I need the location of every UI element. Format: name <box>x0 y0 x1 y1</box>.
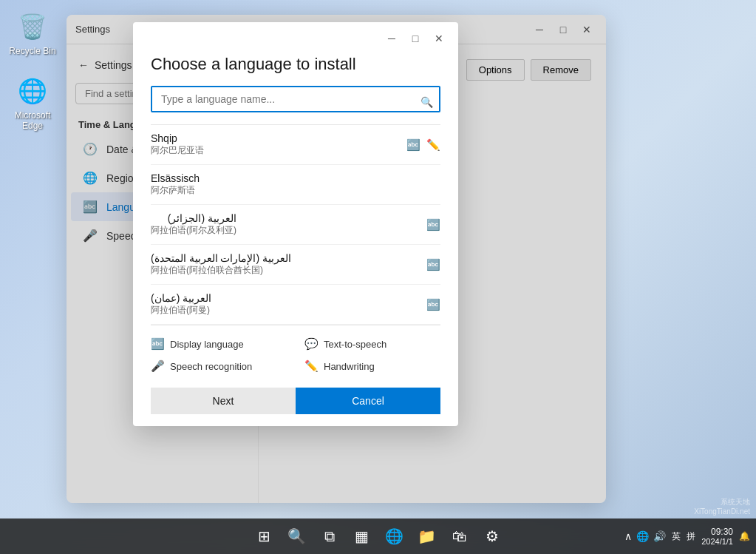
lang-native-arabic-ae: 阿拉伯语(阿拉伯联合酋长国) <box>151 264 291 277</box>
search-wrapper: 🔍 <box>151 86 440 118</box>
cancel-button[interactable]: Cancel <box>296 388 440 414</box>
modal-body: Choose a language to install 🔍 Shqip 阿尔巴… <box>133 55 458 426</box>
edge-image: 🌐 <box>15 73 50 109</box>
volume-icon[interactable]: 🔊 <box>653 530 666 542</box>
feature-hw-label: Handwriting <box>324 361 375 372</box>
lang-name-arabic-ae: العربية (الإمارات العربية المتحدة) <box>151 252 291 264</box>
lang-icons-shqip: 🔤 ✏️ <box>406 138 440 152</box>
recycle-bin-image: 🗑️ <box>15 9 50 44</box>
feature-display-icon: 🔤 <box>151 337 164 351</box>
notification-icon[interactable]: 🔔 <box>739 531 750 541</box>
lang-native-elsassisch: 阿尔萨斯语 <box>151 184 200 197</box>
store-button[interactable]: 🛍 <box>445 521 474 551</box>
lang-native-arabic-dz: 阿拉伯语(阿尔及利亚) <box>151 224 236 237</box>
feature-hw-icon: ✏️ <box>304 359 318 373</box>
lang-native-shqip: 阿尔巴尼亚语 <box>151 144 204 157</box>
lang-native-arabic-om: 阿拉伯语(阿曼) <box>151 304 211 317</box>
clock-display[interactable]: 09:30 2024/1/1 <box>701 527 733 546</box>
feature-text-to-speech: 💬 Text-to-speech <box>304 337 440 351</box>
language-item-elsassisch[interactable]: Elsässisch 阿尔萨斯语 <box>151 165 440 205</box>
modal-titlebar: ─ □ ✕ <box>133 22 458 55</box>
start-button[interactable]: ⊞ <box>250 521 279 551</box>
microsoft-edge-icon[interactable]: 🌐 Microsoft Edge <box>3 70 62 134</box>
taskbar-center: ⊞ 🔍 ⧉ ▦ 🌐 📁 🛍 ⚙ <box>250 521 507 551</box>
taskbar-right: ∧ 🌐 🔊 英 拼 09:30 2024/1/1 🔔 <box>624 527 750 546</box>
display-lang-icon-dz: 🔤 <box>426 218 440 232</box>
time-display: 09:30 <box>701 527 733 537</box>
feature-speech-recognition: 🎤 Speech recognition <box>151 359 287 373</box>
modal-title: Choose a language to install <box>151 55 440 74</box>
lang-name-arabic-dz: العربية (الجزائر) <box>151 212 236 224</box>
input-method-label: 拼 <box>687 530 695 543</box>
feature-display-language: 🔤 Display language <box>151 337 287 351</box>
widgets-button[interactable]: ▦ <box>347 521 377 551</box>
recycle-bin-label: Recycle Bin <box>9 46 55 56</box>
display-lang-icon-ae: 🔤 <box>426 258 440 271</box>
feature-speech-label: Speech recognition <box>170 361 252 372</box>
file-explorer-button[interactable]: 📁 <box>412 521 442 551</box>
modal-buttons: Next Cancel <box>151 379 440 414</box>
watermark: 系统天地 XiTongTianDi.net <box>694 497 750 516</box>
language-search-input[interactable] <box>151 86 440 112</box>
display-lang-icon-om: 🔤 <box>426 298 440 311</box>
recycle-bin-icon[interactable]: 🗑️ Recycle Bin <box>3 6 62 59</box>
search-button[interactable]: 🔍 <box>282 521 312 551</box>
feature-legend: 🔤 Display language 💬 Text-to-speech 🎤 Sp… <box>151 325 440 379</box>
language-install-dialog: ─ □ ✕ Choose a language to install 🔍 Shq… <box>133 22 458 426</box>
modal-minimize-button[interactable]: ─ <box>381 28 402 49</box>
next-button[interactable]: Next <box>151 388 296 414</box>
lang-name-elsassisch: Elsässisch <box>151 172 200 184</box>
language-item-arabic-ae[interactable]: العربية (الإمارات العربية المتحدة) 阿拉伯语(… <box>151 245 440 285</box>
handwriting-icon: ✏️ <box>426 138 440 152</box>
feature-display-label: Display language <box>170 339 244 350</box>
tray-arrow[interactable]: ∧ <box>624 530 632 542</box>
feature-speech-icon: 🎤 <box>151 359 164 373</box>
feature-handwriting: ✏️ Handwriting <box>304 359 440 373</box>
settings-taskbar-button[interactable]: ⚙ <box>477 521 507 551</box>
language-list: Shqip 阿尔巴尼亚语 🔤 ✏️ Elsässisch 阿尔萨斯语 <box>151 124 440 325</box>
display-lang-icon: 🔤 <box>406 138 420 152</box>
language-item-arabic-om[interactable]: العربية (عمان) 阿拉伯语(阿曼) 🔤 <box>151 285 440 325</box>
lang-name-arabic-om: العربية (عمان) <box>151 292 211 304</box>
feature-tts-label: Text-to-speech <box>324 339 386 350</box>
system-tray: ∧ 🌐 🔊 <box>624 530 666 542</box>
lang-icons-arabic-ae: 🔤 <box>426 258 440 271</box>
taskbar: ⊞ 🔍 ⧉ ▦ 🌐 📁 🛍 ⚙ ∧ 🌐 🔊 英 拼 09:30 2024/1/1… <box>0 518 756 554</box>
date-display: 2024/1/1 <box>701 537 733 546</box>
edge-label: Microsoft Edge <box>6 110 59 131</box>
edge-taskbar-button[interactable]: 🌐 <box>380 521 409 551</box>
input-lang-label: 英 <box>672 530 681 543</box>
modal-maximize-button[interactable]: □ <box>405 28 426 49</box>
feature-tts-icon: 💬 <box>304 337 318 351</box>
network-icon[interactable]: 🌐 <box>636 530 649 542</box>
modal-close-button[interactable]: ✕ <box>429 28 449 49</box>
lang-name-shqip: Shqip <box>151 132 204 144</box>
language-item-arabic-dz[interactable]: العربية (الجزائر) 阿拉伯语(阿尔及利亚) 🔤 <box>151 205 440 245</box>
lang-icons-arabic-om: 🔤 <box>426 298 440 311</box>
task-view-button[interactable]: ⧉ <box>315 521 344 551</box>
lang-icons-arabic-dz: 🔤 <box>426 218 440 232</box>
language-item-shqip[interactable]: Shqip 阿尔巴尼亚语 🔤 ✏️ <box>151 125 440 165</box>
